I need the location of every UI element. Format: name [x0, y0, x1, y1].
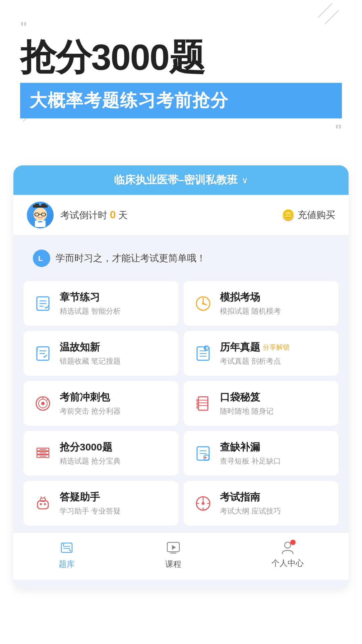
profile-left: 考试倒计时 0 天 [27, 202, 128, 228]
review-subtitle: 错题收藏 笔记搜题 [60, 356, 121, 366]
coin-icon: 🪙 [282, 209, 295, 221]
recharge-button[interactable]: 🪙 充値购买 [282, 209, 335, 221]
app-card: 临床执业医帯–密训私教班 ∨ [13, 165, 349, 590]
chapter-practice-subtitle: 精选试题 智能分析 [60, 306, 121, 316]
menu-item-grab-3000[interactable]: 抢分3000题 精选试题 抢分宝典 [23, 431, 178, 476]
menu-item-pocket-notes[interactable]: 口袋秘笈 随时随地 随身记 [184, 381, 339, 426]
menu-item-exam-sprint[interactable]: 考前冲刺包 考前突击 抢分利器 [23, 381, 178, 426]
notice-text: 学而时习之，才能让考试更简单哦！ [56, 252, 206, 265]
notice-icon: L [33, 250, 50, 267]
hero-subtitle: 大概率考题练习考前抢分 [29, 91, 229, 110]
menu-item-qa-assistant[interactable]: 答疑助手 学习助手 专业答疑 [23, 481, 178, 526]
exam-sprint-text: 考前冲刺包 考前突击 抢分利器 [60, 390, 121, 416]
mock-exam-icon [193, 293, 213, 314]
letter-icon: L [36, 253, 47, 264]
exam-guide-subtitle: 考试大纲 应试技巧 [220, 506, 281, 516]
qa-assistant-subtitle: 学习助手 专业答疑 [60, 506, 121, 516]
exam-sprint-title: 考前冲刺包 [60, 390, 121, 404]
menu-item-past-exams[interactable]: 真 历年真题 分享解锁 考试真题 剖析考点 [184, 331, 339, 376]
fill-gaps-title: 查缺补漏 [220, 440, 281, 454]
notice-bar: L 学而时习之，才能让考试更简单哦！ [23, 242, 339, 274]
mock-exam-text: 模拟考场 模拟试题 随机模考 [220, 290, 281, 316]
menu-item-mock-exam[interactable]: 模拟考场 模拟试题 随机模考 [184, 281, 339, 326]
qa-assistant-icon [33, 493, 53, 514]
pocket-notes-icon [193, 393, 213, 414]
hero-title: 抢分3000题 [20, 38, 342, 76]
grab-3000-title: 抢分3000题 [60, 440, 121, 454]
nav-item-question-bank[interactable]: 题库 [58, 539, 75, 570]
qa-assistant-title: 答疑助手 [60, 490, 121, 504]
countdown-label: 考试倒计时 [60, 210, 107, 220]
fill-gaps-subtitle: 查寻短板 补足缺口 [220, 456, 281, 466]
exam-guide-text: 考试指南 考试大纲 应试技巧 [220, 490, 281, 516]
svg-point-19 [202, 303, 204, 305]
hero-section: " 抢分3000题 大概率考题练习考前抢分 " [0, 0, 362, 152]
unlock-badge: 分享解锁 [263, 343, 290, 352]
exam-countdown: 考试倒计时 0 天 [60, 209, 128, 222]
exam-guide-title: 考试指南 [220, 490, 281, 504]
menu-grid: 章节练习 精选试题 智能分析 模拟考场 模拟试题 随机模考 [23, 281, 339, 526]
app-header[interactable]: 临床执业医帯–密训私教班 ∨ [13, 165, 349, 195]
svg-point-2 [39, 203, 42, 206]
nav-label-question-bank: 题库 [59, 559, 75, 570]
nav-label-courses: 课程 [165, 559, 181, 570]
app-header-title: 临床执业医帯–密训私教班 [114, 173, 238, 187]
menu-item-exam-guide[interactable]: 考试指南 考试大纲 应试技巧 [184, 481, 339, 526]
avatar-illustration [27, 202, 54, 228]
nav-label-profile: 个人中心 [272, 558, 304, 569]
chapter-practice-text: 章节练习 精选试题 智能分析 [60, 290, 121, 316]
nav-icon-courses [165, 539, 182, 556]
exam-sprint-subtitle: 考前突击 抢分利器 [60, 406, 121, 416]
svg-rect-53 [38, 501, 48, 509]
svg-rect-34 [198, 397, 208, 410]
quote-open: " [20, 20, 342, 35]
svg-point-54 [40, 503, 42, 505]
countdown-unit: 天 [118, 210, 128, 220]
pocket-notes-title: 口袋秘笈 [220, 390, 274, 404]
avatar [27, 202, 54, 228]
recharge-label: 充値购买 [298, 209, 335, 221]
exam-guide-icon [193, 493, 213, 514]
menu-item-review[interactable]: 温故知新 错题收藏 笔记搜题 [23, 331, 178, 376]
svg-point-55 [44, 503, 46, 505]
past-exams-icon: 真 [193, 343, 213, 364]
svg-text:L: L [38, 254, 43, 263]
nav-item-courses[interactable]: 课程 [165, 539, 182, 570]
nav-item-profile[interactable]: 个人中心 [272, 540, 304, 569]
svg-marker-70 [172, 545, 176, 550]
svg-rect-10 [38, 221, 42, 222]
exam-sprint-icon [33, 393, 53, 414]
qa-assistant-text: 答疑助手 学习助手 专业答疑 [60, 490, 121, 516]
grab-3000-text: 抢分3000题 精选试题 抢分宝典 [60, 440, 121, 466]
past-exams-subtitle: 考试真题 剖析考点 [220, 356, 290, 366]
deco-line-1 [318, 3, 333, 18]
grab-3000-subtitle: 精选试题 抢分宝典 [60, 456, 121, 466]
chapter-practice-icon [33, 293, 53, 314]
fill-gaps-icon [193, 443, 213, 464]
svg-point-72 [285, 542, 291, 548]
menu-item-chapter-practice[interactable]: 章节练习 精选试题 智能分析 [23, 281, 178, 326]
past-exams-title: 历年真题 分享解锁 [220, 340, 290, 354]
mock-exam-subtitle: 模拟试题 随机模考 [220, 306, 281, 316]
nav-icon-profile-wrapper [280, 540, 295, 555]
svg-point-60 [202, 502, 204, 505]
review-title: 温故知新 [60, 340, 121, 354]
nav-icon-question-bank [58, 539, 75, 556]
pocket-notes-subtitle: 随时随地 随身记 [220, 406, 274, 416]
fill-gaps-text: 查缺补漏 查寻短板 补足缺口 [220, 440, 281, 466]
menu-item-fill-gaps[interactable]: 查缺补漏 查寻短板 补足缺口 [184, 431, 339, 476]
profile-row: 考试倒计时 0 天 🪙 充値购买 [13, 195, 349, 235]
svg-text:真: 真 [205, 346, 209, 350]
quote-close: " [20, 122, 342, 139]
pocket-notes-text: 口袋秘笈 随时随地 随身记 [220, 390, 274, 416]
mock-exam-title: 模拟考场 [220, 290, 281, 304]
grab-3000-icon [33, 443, 53, 464]
chapter-practice-title: 章节练习 [60, 290, 121, 304]
review-icon [33, 343, 53, 364]
hero-subtitle-bar: 大概率考题练习考前抢分 [20, 83, 342, 118]
past-exams-text: 历年真题 分享解锁 考试真题 剖析考点 [220, 340, 290, 366]
svg-point-31 [41, 402, 45, 405]
bottom-nav: 题库 课程 个人中心 [13, 532, 349, 580]
countdown-days: 0 [110, 209, 116, 221]
review-text: 温故知新 错题收藏 笔记搜题 [60, 340, 121, 366]
